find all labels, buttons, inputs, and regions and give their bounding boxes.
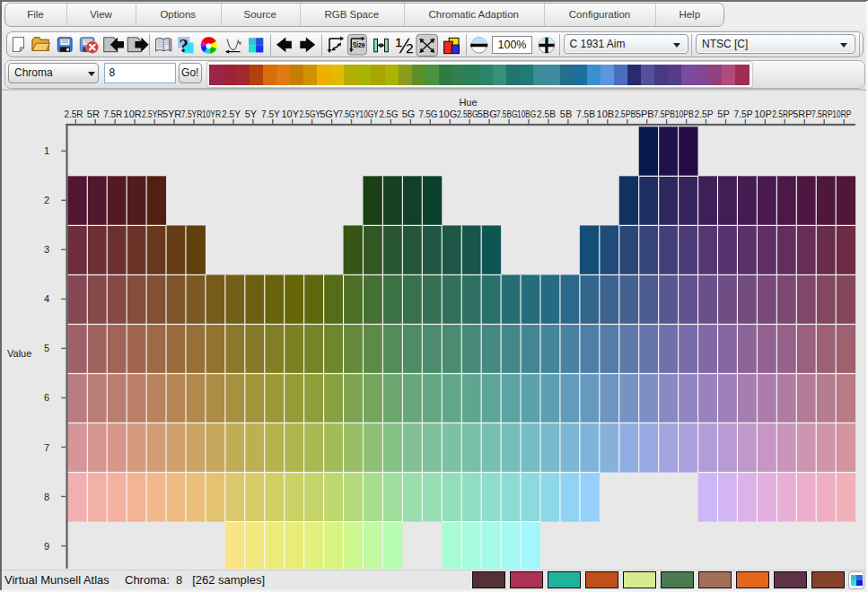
svg-text:10PB: 10PB — [675, 109, 694, 119]
svg-text:2.5B: 2.5B — [537, 109, 556, 119]
svg-text:4: 4 — [44, 293, 49, 304]
svg-text:7.5P: 7.5P — [734, 109, 753, 119]
svg-text:5R: 5R — [87, 109, 100, 119]
svg-text:7.5G: 7.5G — [418, 109, 437, 119]
svg-text:6: 6 — [44, 392, 49, 403]
svg-text:2.5R: 2.5R — [64, 109, 83, 119]
svg-text:2.5YR: 2.5YR — [142, 109, 163, 119]
svg-text:10G: 10G — [439, 109, 458, 119]
svg-text:7.5BG: 7.5BG — [496, 109, 518, 119]
svg-text:7.5GY: 7.5GY — [338, 109, 360, 119]
svg-text:2.5G: 2.5G — [380, 109, 399, 119]
svg-text:5G: 5G — [402, 109, 416, 119]
svg-text:7.5Y: 7.5Y — [261, 109, 281, 119]
svg-text:Hue: Hue — [459, 97, 477, 108]
svg-text:7.5PB: 7.5PB — [653, 109, 675, 119]
svg-text:10B: 10B — [597, 109, 615, 119]
svg-text:10R: 10R — [124, 109, 142, 119]
svg-text:5PB: 5PB — [636, 109, 654, 119]
svg-text:2.5RP: 2.5RP — [772, 109, 793, 119]
svg-text:5YR: 5YR — [162, 109, 181, 119]
svg-text:5RP: 5RP — [793, 109, 811, 119]
svg-text:10BG: 10BG — [517, 109, 536, 119]
svg-text:7.5B: 7.5B — [576, 109, 595, 119]
svg-text:3: 3 — [44, 244, 49, 255]
svg-text:2.5BG: 2.5BG — [457, 109, 478, 119]
svg-text:8: 8 — [44, 492, 49, 502]
svg-text:7: 7 — [44, 442, 49, 453]
svg-text:2.5GY: 2.5GY — [299, 109, 320, 119]
svg-text:10GY: 10GY — [360, 109, 379, 119]
svg-text:5Y: 5Y — [245, 109, 258, 119]
svg-text:2.5P: 2.5P — [695, 109, 714, 119]
svg-text:10Y: 10Y — [282, 109, 300, 119]
svg-text:5BG: 5BG — [478, 109, 497, 119]
svg-text:Value: Value — [7, 348, 31, 359]
svg-text:7.5R: 7.5R — [103, 109, 122, 119]
svg-text:5GY: 5GY — [320, 109, 340, 119]
svg-text:10P: 10P — [754, 109, 772, 119]
svg-text:9: 9 — [44, 541, 49, 552]
svg-text:10RP: 10RP — [832, 109, 851, 119]
svg-text:1: 1 — [44, 145, 49, 156]
svg-text:5: 5 — [44, 343, 49, 353]
svg-text:5P: 5P — [717, 109, 729, 119]
svg-text:7.5RP: 7.5RP — [811, 109, 833, 119]
svg-text:2.5PB: 2.5PB — [615, 109, 636, 119]
svg-text:7.5YR: 7.5YR — [181, 109, 203, 119]
svg-text:2.5Y: 2.5Y — [222, 109, 241, 119]
svg-text:5B: 5B — [560, 109, 572, 119]
svg-text:10YR: 10YR — [202, 109, 221, 119]
svg-text:2: 2 — [44, 195, 49, 205]
